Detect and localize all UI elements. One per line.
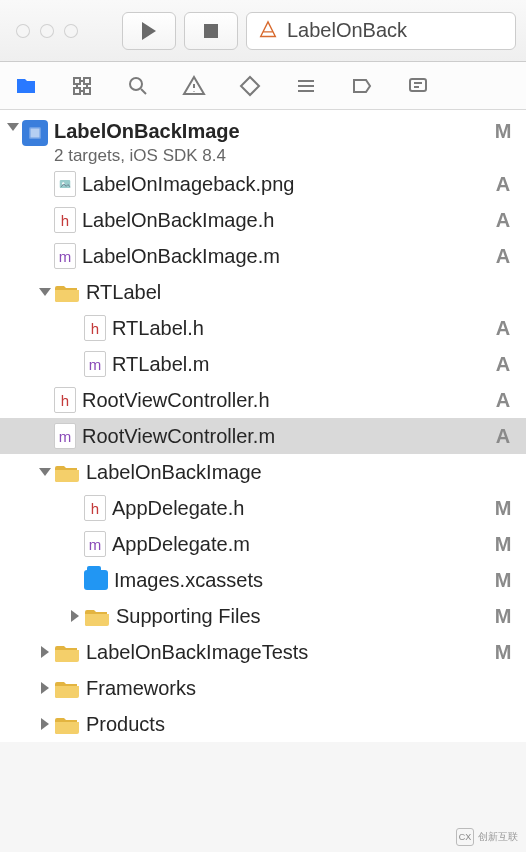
window-controls [16,24,78,38]
folder-icon [54,459,80,485]
svg-rect-5 [410,79,426,91]
disclosure-triangle[interactable] [38,717,52,731]
tree-row[interactable]: Supporting FilesM [0,598,526,634]
app-icon [257,20,279,42]
project-icon [22,120,48,146]
status-badge: A [492,353,514,376]
play-icon [142,22,156,40]
disclosure-triangle[interactable] [38,681,52,695]
folder-icon [54,675,80,701]
stop-button[interactable] [184,12,238,50]
tree-row[interactable]: Frameworks [0,670,526,706]
header-file-icon: h [84,495,106,521]
close-window-button[interactable] [16,24,30,38]
tree-item-label: RTLabel [86,281,492,304]
implementation-file-icon: m [54,423,76,449]
assets-folder-icon [84,570,108,590]
tree-item-label: LabelOnBackImage [86,461,492,484]
svg-rect-1 [84,78,90,84]
zoom-window-button[interactable] [64,24,78,38]
tree-item-label: AppDelegate.m [112,533,492,556]
status-badge: A [492,317,514,340]
tree-row[interactable]: mRTLabel.mA [0,346,526,382]
tree-row[interactable]: Images.xcassetsM [0,562,526,598]
status-badge: M [492,641,514,664]
status-badge: M [492,497,514,520]
test-navigator-icon[interactable] [236,72,264,100]
status-badge: M [492,605,514,628]
minimize-window-button[interactable] [40,24,54,38]
tree-row[interactable]: LabelOnImageback.pngA [0,166,526,202]
svg-rect-3 [84,88,90,94]
scheme-label: LabelOnBack [287,19,407,42]
disclosure-triangle[interactable] [6,120,20,134]
folder-icon [54,279,80,305]
issue-navigator-icon[interactable] [180,72,208,100]
tree-row[interactable]: LabelOnBackImage [0,454,526,490]
project-root-row[interactable]: LabelOnBackImage 2 targets, iOS SDK 8.4 … [0,118,526,166]
tree-row[interactable]: mLabelOnBackImage.mA [0,238,526,274]
project-navigator-icon[interactable] [12,72,40,100]
project-title-block: LabelOnBackImage 2 targets, iOS SDK 8.4 [54,120,492,166]
tree-row[interactable]: LabelOnBackImageTestsM [0,634,526,670]
project-name: LabelOnBackImage [54,120,240,142]
stop-icon [204,24,218,38]
watermark-logo-icon: CX [456,828,474,846]
tree-row[interactable]: mRootViewController.mA [0,418,526,454]
folder-icon [54,711,80,737]
svg-rect-0 [74,78,80,84]
tree-row[interactable]: hRootViewController.hA [0,382,526,418]
status-badge: M [492,569,514,592]
tree-row[interactable]: Products [0,706,526,742]
breakpoint-navigator-icon[interactable] [348,72,376,100]
disclosure-triangle[interactable] [38,285,52,299]
tree-item-label: LabelOnImageback.png [82,173,492,196]
svg-rect-2 [74,88,80,94]
status-badge: M [492,533,514,556]
implementation-file-icon: m [84,351,106,377]
folder-icon [54,639,80,665]
tree-row[interactable]: hLabelOnBackImage.hA [0,202,526,238]
watermark-text: 创新互联 [478,830,518,844]
image-file-icon [54,171,76,197]
tree-row[interactable]: hRTLabel.hA [0,310,526,346]
tree-item-label: Supporting Files [116,605,492,628]
disclosure-triangle[interactable] [38,465,52,479]
debug-navigator-icon[interactable] [292,72,320,100]
tree-item-label: LabelOnBackImageTests [86,641,492,664]
tree-row[interactable]: mAppDelegate.mM [0,526,526,562]
implementation-file-icon: m [54,243,76,269]
navigator-bar [0,62,526,110]
disclosure-triangle[interactable] [68,609,82,623]
status-badge: A [492,209,514,232]
project-tree: LabelOnBackImage 2 targets, iOS SDK 8.4 … [0,110,526,742]
tree-row[interactable]: RTLabel [0,274,526,310]
status-badge: M [492,120,514,143]
report-navigator-icon[interactable] [404,72,432,100]
tree-item-label: RTLabel.m [112,353,492,376]
tree-item-label: Images.xcassets [114,569,492,592]
tree-item-label: RootViewController.m [82,425,492,448]
status-badge: A [492,389,514,412]
implementation-file-icon: m [84,531,106,557]
tree-item-label: LabelOnBackImage.m [82,245,492,268]
watermark: CX 创新互联 [456,828,518,846]
run-button[interactable] [122,12,176,50]
header-file-icon: h [84,315,106,341]
header-file-icon: h [54,207,76,233]
symbol-navigator-icon[interactable] [68,72,96,100]
tree-item-label: RTLabel.h [112,317,492,340]
tree-item-label: LabelOnBackImage.h [82,209,492,232]
status-badge: A [492,173,514,196]
tree-row[interactable]: hAppDelegate.hM [0,490,526,526]
status-badge: A [492,425,514,448]
disclosure-triangle[interactable] [38,645,52,659]
find-navigator-icon[interactable] [124,72,152,100]
tree-item-label: Products [86,713,492,736]
tree-item-label: RootViewController.h [82,389,492,412]
toolbar: LabelOnBack [0,0,526,62]
status-badge: A [492,245,514,268]
tree-item-label: Frameworks [86,677,492,700]
scheme-selector[interactable]: LabelOnBack [246,12,516,50]
folder-icon [84,603,110,629]
